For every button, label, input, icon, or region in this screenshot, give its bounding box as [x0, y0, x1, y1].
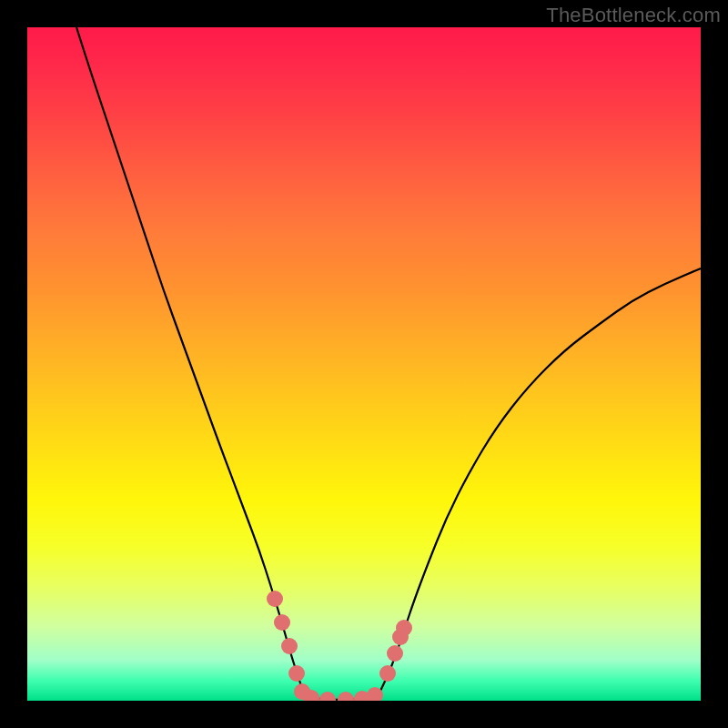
plot-area: [27, 27, 701, 701]
highlight-dot: [338, 692, 354, 701]
highlight-dot: [396, 620, 412, 636]
curve-layer: [27, 27, 701, 701]
highlight-dot: [267, 591, 283, 607]
highlight-dots: [267, 591, 412, 701]
chart-frame: TheBottleneck.com: [0, 0, 728, 728]
highlight-dot: [274, 614, 290, 631]
watermark-text: TheBottleneck.com: [546, 4, 721, 27]
highlight-dot: [319, 692, 336, 701]
curve-right: [378, 268, 701, 696]
highlight-dot: [288, 665, 305, 682]
highlight-dot: [281, 638, 298, 654]
highlight-dot: [387, 645, 403, 662]
highlight-dot: [379, 665, 396, 682]
